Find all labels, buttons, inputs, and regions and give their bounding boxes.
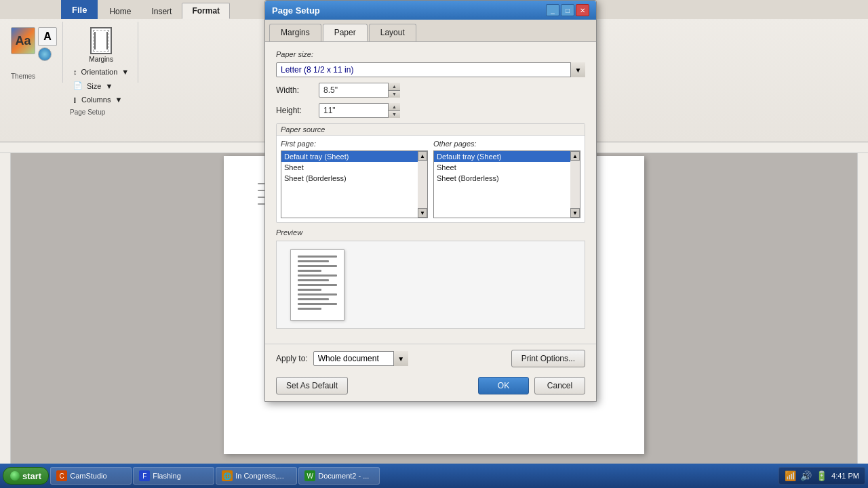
other-pages-item-0[interactable]: Default tray (Sheet) xyxy=(434,151,580,162)
apply-to-select-wrapper: Whole document This point forward ▼ xyxy=(313,351,408,366)
first-page-item-2[interactable]: Sheet (Borderless) xyxy=(281,173,427,184)
first-page-item-1-label: Sheet xyxy=(284,163,304,171)
file-tab[interactable]: File xyxy=(61,0,98,19)
first-page-item-0[interactable]: Default tray (Sheet) xyxy=(281,151,427,162)
tab-paper[interactable]: Paper xyxy=(323,24,368,41)
other-pages-scroll-track xyxy=(570,161,580,208)
height-spin-down[interactable]: ▼ xyxy=(389,111,400,119)
cancel-button[interactable]: Cancel xyxy=(534,377,585,394)
orientation-icon: ↕ xyxy=(73,68,77,76)
document-icon: W xyxy=(304,470,315,481)
tab-home-label: Home xyxy=(109,7,131,16)
first-page-scroll-track xyxy=(418,161,427,208)
tab-margins[interactable]: Margins xyxy=(269,24,321,41)
taskbar-document[interactable]: W Document2 - ... xyxy=(298,467,380,485)
dialog-tabs: Margins Paper Layout xyxy=(265,20,596,42)
tab-format[interactable]: Format xyxy=(182,3,230,19)
flashing-label: Flashing xyxy=(153,472,181,480)
dialog-close-button[interactable]: ✕ xyxy=(576,4,589,16)
tab-insert[interactable]: Insert xyxy=(141,3,182,19)
file-tab-label: File xyxy=(72,5,87,15)
camstudio-label: CamStudio xyxy=(70,472,106,480)
preview-line-10 xyxy=(298,298,329,300)
width-label: Width: xyxy=(276,85,313,95)
preview-line-6 xyxy=(298,279,329,281)
width-spin-down[interactable]: ▼ xyxy=(389,91,400,98)
dialog-controls: _ □ ✕ xyxy=(546,4,589,16)
themes-button[interactable]: Aa xyxy=(11,27,35,54)
first-page-label: First page: xyxy=(281,140,428,148)
paper-size-select[interactable]: Letter (8 1/2 x 11 in) A4 Legal xyxy=(276,62,585,77)
other-pages-item-2[interactable]: Sheet (Borderless) xyxy=(434,173,580,184)
columns-arrow: ▼ xyxy=(115,96,122,104)
start-button[interactable]: start xyxy=(3,467,49,485)
print-options-button[interactable]: Print Options... xyxy=(511,350,585,367)
document-label: Document2 - ... xyxy=(318,472,369,480)
dialog-bottom-bar: Apply to: Whole document This point forw… xyxy=(265,344,596,373)
margins-page-icon xyxy=(90,27,112,54)
font-section: A xyxy=(38,27,57,61)
taskbar-flashing[interactable]: F Flashing xyxy=(133,467,214,485)
paper-source-header: Paper source xyxy=(277,124,585,136)
dialog-minimize-button[interactable]: _ xyxy=(546,4,559,16)
orientation-label: Orientation xyxy=(81,68,118,76)
dialog-maximize-button[interactable]: □ xyxy=(561,4,574,16)
height-spinner: ▲ ▼ xyxy=(388,103,400,118)
tab-layout-label: Layout xyxy=(380,28,405,37)
dialog-titlebar: Page Setup _ □ ✕ xyxy=(265,1,596,20)
preview-box xyxy=(276,241,585,329)
tab-insert-label: Insert xyxy=(151,7,172,16)
congress-icon: 🌐 xyxy=(222,470,233,481)
dialog-footer: Set As Default OK Cancel xyxy=(265,373,596,401)
first-page-list[interactable]: Default tray (Sheet) Sheet Sheet (Border… xyxy=(281,150,428,218)
first-page-scroll-down[interactable]: ▼ xyxy=(418,208,427,218)
height-spin-up[interactable]: ▲ xyxy=(389,103,400,111)
ok-button[interactable]: OK xyxy=(478,377,529,394)
preview-section: Preview xyxy=(276,228,585,329)
columns-button[interactable]: ⫿ Columns ▼ xyxy=(70,94,132,106)
other-pages-scroll-up[interactable]: ▲ xyxy=(570,151,580,161)
size-button[interactable]: 📄 Size ▼ xyxy=(70,79,132,92)
apply-to-select[interactable]: Whole document This point forward xyxy=(313,351,408,366)
width-row: Width: ▲ ▼ xyxy=(276,83,585,98)
paper-size-select-wrapper: Letter (8 1/2 x 11 in) A4 Legal ▼ xyxy=(276,62,585,77)
page-setup-group-label: Page Setup xyxy=(70,106,132,116)
width-input-wrapper: ▲ ▼ xyxy=(319,83,400,98)
other-pages-label: Other pages: xyxy=(433,140,580,148)
paper-source-section: Paper source First page: Default tray (S… xyxy=(276,123,585,223)
margins-label: Margins xyxy=(89,56,113,63)
width-spin-up[interactable]: ▲ xyxy=(389,83,400,91)
taskbar-congress[interactable]: 🌐 In Congress,... xyxy=(216,467,297,485)
other-pages-scroll-down[interactable]: ▼ xyxy=(570,208,580,218)
font-a-button[interactable]: A xyxy=(38,27,57,46)
taskbar-camstudio[interactable]: C CamStudio xyxy=(50,467,132,485)
first-page-scroll-up[interactable]: ▲ xyxy=(418,151,427,161)
preview-line-3 xyxy=(298,265,337,267)
start-orb-icon xyxy=(10,471,20,481)
first-page-column: First page: Default tray (Sheet) Sheet S… xyxy=(281,140,428,218)
first-page-item-1[interactable]: Sheet xyxy=(281,162,427,173)
other-pages-item-0-label: Default tray (Sheet) xyxy=(437,152,501,161)
flashing-icon: F xyxy=(139,470,150,481)
height-label: Height: xyxy=(276,106,313,115)
color-picker[interactable] xyxy=(38,47,52,61)
preview-line-11 xyxy=(298,303,337,305)
first-page-item-0-label: Default tray (Sheet) xyxy=(284,152,349,161)
preview-label: Preview xyxy=(276,228,585,237)
tab-layout[interactable]: Layout xyxy=(369,24,416,41)
dialog-body: Paper size: Letter (8 1/2 x 11 in) A4 Le… xyxy=(265,42,596,344)
width-spinner: ▲ ▼ xyxy=(388,83,400,98)
preview-line-5 xyxy=(298,274,337,277)
margins-button[interactable]: Margins xyxy=(70,26,132,64)
orientation-button[interactable]: ↕ Orientation ▼ xyxy=(70,66,132,78)
margins-group: Margins ↕ Orientation ▼ 📄 Size ▼ ⫿ Colum… xyxy=(64,22,138,83)
other-pages-item-1[interactable]: Sheet xyxy=(434,162,580,173)
columns-label: Columns xyxy=(81,96,111,104)
camstudio-icon: C xyxy=(56,470,67,481)
other-pages-list[interactable]: Default tray (Sheet) Sheet Sheet (Border… xyxy=(433,150,580,218)
tab-home[interactable]: Home xyxy=(99,3,141,19)
paper-source-columns: First page: Default tray (Sheet) Sheet S… xyxy=(277,136,585,222)
size-icon: 📄 xyxy=(73,81,83,90)
set-default-button[interactable]: Set As Default xyxy=(276,377,348,394)
tab-margins-label: Margins xyxy=(281,28,310,37)
